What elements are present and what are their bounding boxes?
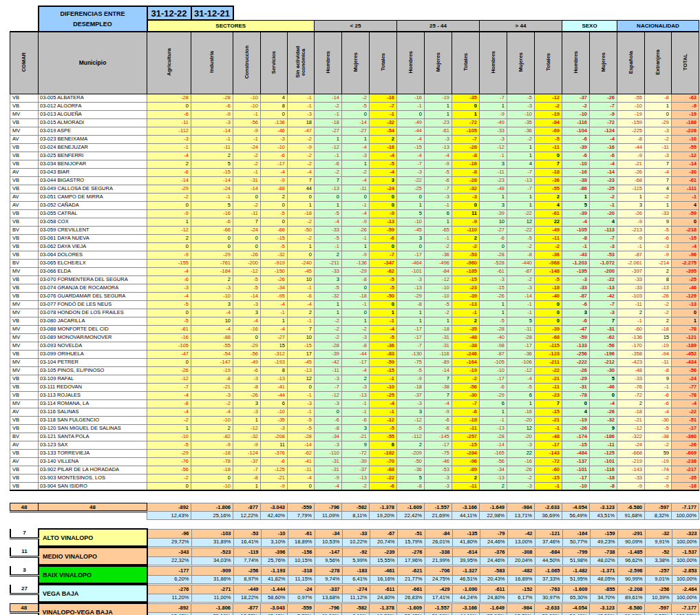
value-cell[interactable]: -9 <box>261 176 288 185</box>
comar-cell[interactable]: VB <box>10 209 39 218</box>
comar-cell[interactable]: AV <box>10 201 39 209</box>
value-cell[interactable]: -193 <box>261 358 288 366</box>
value-cell[interactable]: -18 <box>191 466 233 474</box>
value-cell[interactable]: -5 <box>397 366 425 375</box>
value-cell[interactable]: 9 <box>342 441 370 449</box>
value-cell[interactable]: -18 <box>535 284 562 292</box>
value-cell[interactable]: -1 <box>480 152 507 160</box>
value-cell[interactable]: -5 <box>147 317 191 325</box>
value-cell[interactable]: -9 <box>342 251 370 259</box>
value-cell[interactable]: -1 <box>315 152 342 160</box>
value-cell[interactable]: -4 <box>342 143 370 152</box>
value-cell[interactable]: -33 <box>617 375 645 383</box>
region-value-cell[interactable]: -3.123 <box>590 603 617 612</box>
value-cell[interactable]: 1 <box>480 193 507 201</box>
value-cell[interactable]: -5 <box>261 242 288 251</box>
region-value-cell[interactable]: -24 <box>288 585 315 594</box>
value-cell[interactable]: 10 <box>191 317 233 325</box>
region-percent-cell[interactable]: 44,50% <box>535 556 562 565</box>
value-cell[interactable]: 3 <box>480 160 507 168</box>
value-cell[interactable]: -47 <box>288 127 315 135</box>
region-value-cell[interactable]: -318 <box>288 566 315 575</box>
region-label[interactable]: ALTO VINALOPO <box>39 529 147 546</box>
value-cell[interactable]: -28 <box>191 94 233 102</box>
value-cell[interactable]: -53 <box>452 251 480 259</box>
value-cell[interactable]: -228 <box>672 127 699 135</box>
value-cell[interactable]: -2 <box>452 375 480 383</box>
value-cell[interactable]: -23 <box>590 176 617 185</box>
region-value-cell[interactable]: -96 <box>147 529 191 538</box>
value-cell[interactable]: -105 <box>480 358 507 366</box>
value-cell[interactable]: 1 <box>233 416 261 424</box>
municipio-cell[interactable]: 03-093 NOVELDA <box>39 342 147 350</box>
value-cell[interactable]: -14 <box>342 118 370 127</box>
value-cell[interactable]: -47 <box>562 325 590 333</box>
value-cell[interactable]: -83 <box>370 350 397 358</box>
value-cell[interactable]: -23 <box>452 284 480 292</box>
value-cell[interactable]: -4 <box>261 325 288 333</box>
value-cell[interactable]: 2 <box>191 275 233 284</box>
value-cell[interactable]: 3 <box>480 201 507 209</box>
region-value-cell[interactable]: -1.609 <box>562 585 590 594</box>
region-value-cell[interactable]: -156 <box>288 548 315 556</box>
value-cell[interactable]: -3 <box>645 242 672 251</box>
region-percent-cell[interactable]: 15,55% <box>370 556 397 565</box>
value-cell[interactable]: -222 <box>562 358 590 366</box>
value-cell[interactable]: -6 <box>233 366 261 375</box>
value-cell[interactable]: -9 <box>147 251 191 259</box>
value-cell[interactable]: -3 <box>147 135 191 143</box>
region-percent-cell[interactable]: 39,95% <box>452 556 480 565</box>
municipio-cell[interactable]: 03-902 PILAR DE LA HORADADA <box>39 466 147 474</box>
value-cell[interactable]: 0 <box>397 110 425 118</box>
value-cell[interactable]: -256 <box>562 350 590 358</box>
value-cell[interactable]: -22 <box>370 474 397 482</box>
region-value-cell[interactable]: -53 <box>233 529 261 538</box>
region-percent-cell[interactable]: 17,96% <box>397 556 425 565</box>
value-cell[interactable]: -8 <box>147 399 191 408</box>
value-cell[interactable]: -8 <box>315 424 342 432</box>
value-cell[interactable]: -22 <box>590 275 617 284</box>
value-cell[interactable]: -3 <box>425 482 452 490</box>
region-percent-cell[interactable]: 31,86% <box>191 575 233 583</box>
value-cell[interactable]: 1 <box>315 309 342 317</box>
municipio-cell[interactable]: 03-062 DAYA VIEJA <box>39 242 147 251</box>
region-value-cell[interactable]: -84 <box>425 529 452 538</box>
value-cell[interactable]: -125 <box>261 466 288 474</box>
value-cell[interactable]: 0 <box>147 201 191 209</box>
value-cell[interactable]: -6 <box>562 300 590 309</box>
value-cell[interactable]: -19 <box>191 366 233 375</box>
value-cell[interactable]: -464 <box>397 259 425 267</box>
comar-cell[interactable]: VB <box>10 102 39 110</box>
value-cell[interactable]: -6 <box>645 234 672 242</box>
value-cell[interactable]: -16 <box>397 94 425 102</box>
value-cell[interactable]: -48 <box>480 185 507 193</box>
value-cell[interactable]: -3 <box>507 482 535 490</box>
region-value-cell[interactable]: -119 <box>233 548 261 556</box>
value-cell[interactable]: -4 <box>397 152 425 160</box>
value-cell[interactable]: -5 <box>233 284 261 292</box>
value-cell[interactable]: -185 <box>452 267 480 275</box>
region-value-cell[interactable]: -34 <box>315 529 342 538</box>
value-cell[interactable]: 1 <box>425 102 452 110</box>
value-cell[interactable]: -15 <box>288 342 315 350</box>
value-cell[interactable]: -5 <box>370 160 397 168</box>
value-cell[interactable]: -72 <box>590 118 617 127</box>
value-cell[interactable]: -8 <box>191 375 233 383</box>
value-cell[interactable]: -18 <box>342 292 370 300</box>
region-value-cell[interactable]: -984 <box>507 603 535 612</box>
value-cell[interactable]: -9 <box>672 102 699 110</box>
region-value-cell[interactable]: -257 <box>645 566 672 575</box>
value-cell[interactable]: -28 <box>288 432 315 441</box>
value-cell[interactable]: 2 <box>617 309 645 317</box>
value-cell[interactable]: -18 <box>617 408 645 416</box>
value-cell[interactable]: -189 <box>672 342 699 350</box>
region-value-cell[interactable]: -343 <box>147 548 191 556</box>
comar-cell[interactable]: VB <box>10 391 39 399</box>
value-cell[interactable]: -3 <box>397 275 425 284</box>
municipio-cell[interactable]: 03-080 JACARILLA <box>39 317 147 325</box>
municipio-cell[interactable]: 03-120 SAN MIGUEL DE SALINAS <box>39 424 147 432</box>
region-percent-cell[interactable]: 30,97% <box>535 594 562 602</box>
municipio-cell[interactable]: 03-051 CAMPO DE MIRRA <box>39 193 147 201</box>
value-cell[interactable]: -1 <box>288 102 315 110</box>
value-cell[interactable]: -17 <box>507 342 535 350</box>
